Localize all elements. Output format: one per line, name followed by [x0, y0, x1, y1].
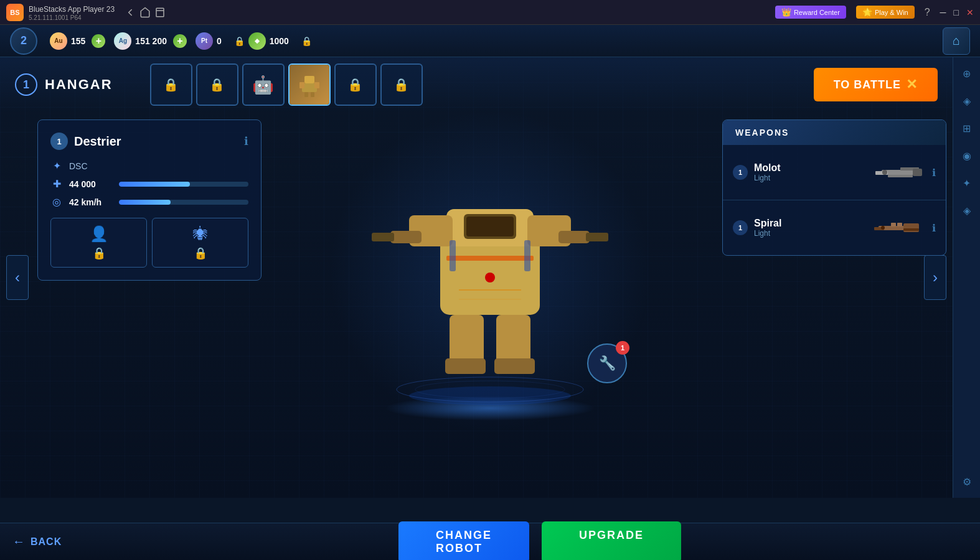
nav-arrow-left[interactable]: ‹: [6, 255, 29, 300]
robot-platform: 🔧 1: [328, 110, 652, 433]
weapon-molot-info: Molot Light: [754, 162, 866, 182]
upgrade-btn[interactable]: UPGRADE: [542, 521, 681, 561]
hangar-slot-4-active[interactable]: [288, 63, 331, 106]
weapon-molot-level: 1: [733, 165, 748, 180]
pt-lock-icon: 🔒: [234, 36, 245, 46]
hp-bar-fill: [119, 182, 190, 187]
svg-rect-18: [466, 217, 514, 236]
close-btn[interactable]: ✕: [966, 7, 974, 17]
svg-rect-20: [450, 315, 484, 365]
hangar-slot-3[interactable]: 🤖: [242, 63, 285, 106]
back-label: BACK: [31, 536, 62, 548]
hangar-slot-5[interactable]: 🔒: [334, 63, 377, 106]
bookmark-icon[interactable]: [154, 7, 166, 18]
back-btn[interactable]: ← BACK: [12, 534, 62, 549]
sidebar-icon-settings[interactable]: ⚙: [957, 472, 977, 492]
weapon-spiral-type: Light: [754, 229, 866, 238]
app-logo: BS: [6, 4, 24, 21]
ag-currency: Ag 151 200 +: [114, 32, 187, 50]
app-name: BlueStacks App Player 23: [29, 5, 115, 14]
green-currency: ◆ 1000: [248, 32, 289, 50]
pilot-lock-icon: 🔒: [92, 246, 106, 260]
sidebar-icon-5[interactable]: ✦: [957, 173, 977, 193]
tool-button[interactable]: 🔧 1: [587, 343, 627, 383]
app-version: 5.21.111.1001 P64: [29, 14, 115, 21]
weapon-spiral-level: 1: [733, 220, 748, 235]
green-value: 1000: [270, 36, 289, 46]
svg-rect-27: [524, 240, 530, 271]
slot-number: 2: [10, 27, 37, 55]
back-nav-icon[interactable]: [125, 7, 136, 18]
robot-svg: [372, 134, 608, 408]
ability-slot-pilot[interactable]: 👤 🔒: [50, 218, 147, 268]
green-lock-icon: 🔒: [301, 36, 312, 46]
hangar-slot-6[interactable]: 🔒: [380, 63, 423, 106]
sidebar-icon-1[interactable]: ⊕: [957, 63, 977, 83]
svg-rect-41: [897, 223, 902, 226]
right-sidebar: ⊕ ◈ ⊞ ◉ ✦ ◈ ⚙: [953, 57, 980, 498]
wrench-icon: 🔧: [599, 355, 616, 371]
currency-bar: 2 Au 155 + Ag 151 200 + Pt 0 🔒 ◆ 1000 🔒 …: [0, 25, 980, 57]
svg-point-43: [881, 226, 885, 230]
pt-icon: Pt: [196, 32, 213, 50]
svg-rect-15: [586, 233, 608, 241]
hangar-slot-2[interactable]: 🔒: [196, 63, 238, 106]
sidebar-icon-2[interactable]: ◈: [957, 91, 977, 111]
robot-name: Destrier: [74, 134, 121, 149]
robot-info-icon[interactable]: ℹ: [244, 134, 248, 148]
weapon-item-molot[interactable]: 1 Molot Light ℹ: [723, 145, 946, 200]
svg-rect-2: [304, 76, 314, 83]
nav-arrow-right[interactable]: ›: [924, 255, 946, 300]
molot-svg: [869, 159, 925, 187]
weapon-spiral-name: Spiral: [754, 218, 866, 229]
svg-point-36: [882, 170, 887, 175]
help-icon[interactable]: ?: [925, 7, 930, 18]
notification-badge: 1: [616, 341, 629, 355]
weapon-spiral-info-icon[interactable]: ℹ: [932, 222, 936, 234]
to-battle-btn[interactable]: TO BATTLE ✕: [814, 68, 938, 101]
reward-center-btn[interactable]: 👑 Reward Center: [775, 6, 846, 19]
home-btn[interactable]: ⌂: [943, 27, 970, 55]
title-bar-controls: 👑 Reward Center 🌟 Play & Win ? ─ □ ✕: [775, 6, 974, 19]
sidebar-icon-6[interactable]: ◈: [957, 200, 977, 220]
ability-slot-drone[interactable]: 🕷 🔒: [152, 218, 248, 268]
play-win-btn[interactable]: 🌟 Play & Win: [856, 6, 915, 19]
weapon-molot-type: Light: [754, 174, 866, 182]
svg-rect-6: [304, 92, 308, 97]
svg-rect-42: [903, 228, 919, 231]
svg-rect-22: [445, 358, 486, 374]
home-nav-icon[interactable]: [139, 7, 151, 18]
sidebar-icon-4[interactable]: ◉: [957, 146, 977, 166]
to-battle-label: TO BATTLE: [834, 78, 901, 91]
au-icon: Au: [50, 32, 67, 50]
weapon-item-spiral[interactable]: 1 Spiral Light ℹ: [723, 200, 946, 255]
pt-value: 0: [217, 36, 222, 46]
maximize-btn[interactable]: □: [954, 7, 959, 17]
change-robot-label: CHANGEROBOT: [436, 529, 492, 554]
au-value: 155: [71, 36, 85, 46]
ag-add-btn[interactable]: +: [173, 34, 187, 48]
hangar-title: HANGAR: [45, 77, 113, 93]
svg-rect-4: [299, 82, 304, 88]
sidebar-icon-3[interactable]: ⊞: [957, 118, 977, 138]
speed-icon: ◎: [50, 196, 63, 208]
hangar-slots: 🔒 🔒 🤖: [150, 63, 423, 106]
bottom-bar: ← BACK CHANGEROBOT UPGRADE: [0, 523, 980, 560]
hangar-header: 1 HANGAR 🔒 🔒 🤖: [0, 57, 953, 112]
faction-icon: ✦: [50, 160, 63, 172]
battle-x-icon: ✕: [906, 77, 918, 93]
robot-level-badge: 1: [50, 133, 68, 150]
weapon-spiral-info: Spiral Light: [754, 218, 866, 238]
robot-speed-row: ◎ 42 km/h: [50, 196, 248, 208]
hangar-number: 1: [15, 73, 37, 96]
ag-icon: Ag: [114, 32, 131, 50]
pilot-icon: 👤: [90, 225, 108, 243]
robot-hp-row: ✚ 44 000: [50, 178, 248, 190]
weapon-molot-info-icon[interactable]: ℹ: [932, 167, 936, 179]
window-controls: ─ □ ✕: [940, 7, 974, 17]
au-add-btn[interactable]: +: [92, 34, 105, 48]
svg-point-19: [485, 273, 495, 282]
minimize-btn[interactable]: ─: [940, 7, 946, 17]
change-robot-btn[interactable]: CHANGEROBOT: [398, 521, 529, 561]
hangar-slot-1[interactable]: 🔒: [150, 63, 192, 106]
